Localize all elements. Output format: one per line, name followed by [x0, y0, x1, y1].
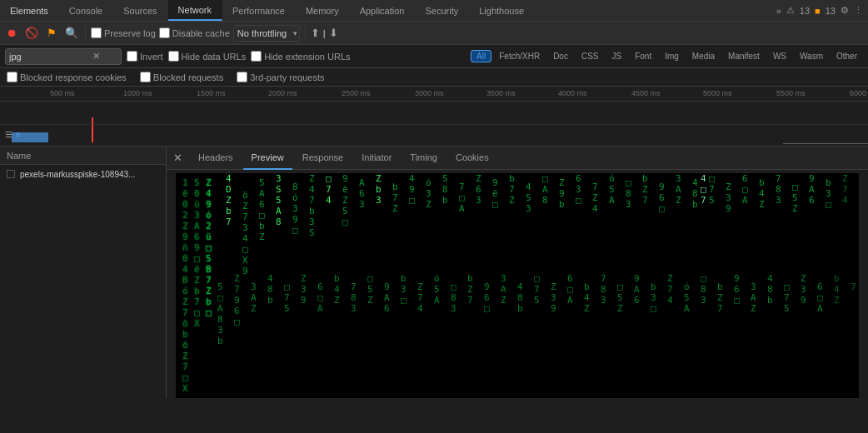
- clear-btn[interactable]: 🚫: [23, 25, 40, 42]
- svg-text:7: 7: [784, 292, 790, 303]
- tab-network[interactable]: Network: [168, 0, 222, 21]
- svg-rect-306: [834, 173, 859, 398]
- preserve-log-label[interactable]: Preserve log: [91, 27, 156, 38]
- svg-text:Z: Z: [476, 173, 481, 184]
- svg-text:5: 5: [534, 295, 540, 306]
- svg-text:7: 7: [642, 195, 648, 206]
- type-btn-media[interactable]: Media: [686, 50, 721, 62]
- tab-sources[interactable]: Sources: [113, 0, 167, 21]
- hide-ext-urls-checkbox[interactable]: [251, 51, 262, 62]
- toolbar-sep3: |: [323, 28, 326, 38]
- type-btn-css[interactable]: CSS: [576, 50, 605, 62]
- type-btn-all[interactable]: All: [471, 50, 491, 62]
- svg-text:ó: ó: [426, 177, 432, 188]
- type-btn-other[interactable]: Other: [831, 50, 863, 62]
- type-btn-wasm[interactable]: Wasm: [794, 50, 829, 62]
- invert-label[interactable]: Invert: [127, 51, 163, 62]
- tab-security[interactable]: Security: [415, 0, 469, 21]
- svg-text:9: 9: [234, 295, 240, 306]
- svg-text:S: S: [276, 184, 282, 195]
- svg-text:3: 3: [801, 284, 806, 295]
- disable-cache-label[interactable]: Disable cache: [159, 27, 230, 38]
- tab-lighthouse[interactable]: Lighthouse: [469, 0, 535, 21]
- third-party-checkbox[interactable]: [237, 72, 247, 82]
- svg-text:6: 6: [734, 284, 740, 295]
- matrix-preview-image: 1ë0 2Z9 ñ04 BóZ 7öb öZ7 □X 50ü 3A6 9□ë Z…: [176, 173, 859, 398]
- third-party-label[interactable]: 3rd-party requests: [237, 72, 324, 82]
- svg-text:6: 6: [317, 281, 323, 292]
- settings-icon[interactable]: ⚙: [841, 5, 849, 16]
- svg-text:□: □: [701, 184, 706, 195]
- svg-text:Z: Z: [242, 201, 248, 212]
- type-btn-manifest[interactable]: Manifest: [722, 50, 766, 62]
- tab-application[interactable]: Application: [350, 0, 416, 21]
- tab-memory[interactable]: Memory: [296, 0, 350, 21]
- panel-tab-initiator[interactable]: Initiator: [353, 147, 400, 170]
- panel-tab-preview[interactable]: Preview: [243, 147, 292, 170]
- tab-console[interactable]: Console: [59, 0, 113, 21]
- svg-text:5: 5: [442, 173, 448, 184]
- svg-text:A: A: [501, 284, 506, 295]
- svg-text:Z: Z: [559, 177, 565, 188]
- tab-elements[interactable]: Elements: [0, 0, 59, 21]
- filter-toggle-btn[interactable]: ⚑: [43, 25, 60, 42]
- hide-data-urls-checkbox[interactable]: [168, 51, 179, 62]
- tick-6000: 6000: [850, 89, 866, 97]
- svg-text:b: b: [509, 173, 515, 184]
- tick-1000ms: 1000 ms: [123, 89, 152, 97]
- svg-text:3: 3: [751, 281, 756, 292]
- svg-text:5: 5: [792, 192, 798, 203]
- svg-text:9: 9: [242, 266, 248, 276]
- more-icon[interactable]: ⋮: [854, 5, 863, 16]
- tab-performance[interactable]: Performance: [222, 0, 296, 21]
- download-icon[interactable]: ⬇: [329, 27, 338, 39]
- svg-text:A: A: [217, 303, 223, 314]
- svg-text:6: 6: [817, 281, 823, 292]
- hide-ext-urls-label[interactable]: Hide extension URLs: [251, 51, 350, 62]
- panel-tab-headers[interactable]: Headers: [190, 147, 242, 170]
- type-btn-font[interactable]: Font: [629, 50, 657, 62]
- type-btn-js[interactable]: JS: [606, 50, 628, 62]
- upload-icon[interactable]: ⬆: [311, 27, 320, 39]
- blocked-cookies-label[interactable]: Blocked response cookies: [7, 72, 127, 82]
- overflow-btn[interactable]: »: [776, 6, 781, 16]
- panel-tab-cookies[interactable]: Cookies: [447, 147, 497, 170]
- svg-text:□: □: [242, 244, 248, 255]
- type-btn-doc[interactable]: Doc: [547, 50, 574, 62]
- panel-tab-response[interactable]: Response: [294, 147, 352, 170]
- close-panel-btn[interactable]: ✕: [170, 151, 185, 166]
- svg-text:Z: Z: [334, 295, 340, 306]
- blocked-cookies-checkbox[interactable]: [7, 72, 17, 82]
- svg-text:A: A: [634, 284, 640, 295]
- svg-text:□: □: [734, 295, 740, 306]
- panel-tab-timing[interactable]: Timing: [402, 147, 446, 170]
- svg-text:Z: Z: [501, 295, 506, 306]
- svg-text:7: 7: [326, 184, 332, 195]
- type-btn-fetch[interactable]: Fetch/XHR: [493, 50, 546, 62]
- requests-pane: Name pexels-markusspiske-108943...: [0, 147, 167, 398]
- type-btn-ws[interactable]: WS: [767, 50, 792, 62]
- disable-cache-checkbox[interactable]: [159, 27, 170, 38]
- svg-text:8: 8: [451, 292, 456, 303]
- blocked-requests-label[interactable]: Blocked requests: [140, 72, 223, 82]
- svg-text:7: 7: [667, 284, 673, 295]
- invert-checkbox[interactable]: [127, 51, 137, 62]
- svg-text:5: 5: [617, 292, 623, 303]
- tick-1500ms: 1500 ms: [197, 89, 226, 97]
- hide-data-urls-label[interactable]: Hide data URLs: [168, 51, 247, 62]
- clear-search-icon[interactable]: ✕: [92, 51, 100, 62]
- stop-recording-btn[interactable]: ⏺: [3, 25, 20, 42]
- svg-text:9: 9: [301, 295, 307, 306]
- type-btn-img[interactable]: Img: [659, 50, 685, 62]
- svg-text:3: 3: [242, 222, 248, 233]
- svg-text:□: □: [342, 216, 348, 227]
- search-input[interactable]: [9, 52, 92, 62]
- throttle-select[interactable]: No throttling: [233, 25, 300, 42]
- svg-text:6: 6: [259, 199, 265, 210]
- svg-text:7: 7: [717, 303, 723, 314]
- search-btn[interactable]: 🔍: [63, 25, 80, 42]
- svg-text:7: 7: [776, 173, 781, 184]
- preserve-log-checkbox[interactable]: [91, 27, 102, 38]
- blocked-requests-checkbox[interactable]: [140, 72, 151, 82]
- request-item[interactable]: pexels-markusspiske-108943...: [0, 165, 166, 183]
